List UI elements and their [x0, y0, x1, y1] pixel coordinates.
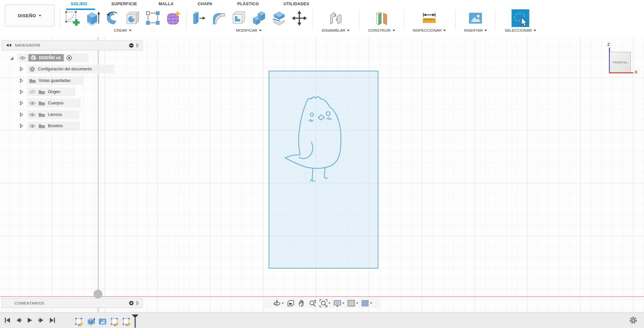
expand-arrow-icon[interactable]	[20, 78, 23, 83]
ensamblar-dropdown[interactable]: ENSAMBLAR	[313, 28, 359, 32]
split-body-icon[interactable]	[271, 10, 287, 26]
move-copy-icon[interactable]	[291, 10, 307, 26]
timeline-canvas-icon[interactable]	[98, 317, 107, 326]
timeline-sketch-icon[interactable]	[74, 317, 83, 326]
comments-panel-header: COMENTARIOS	[2, 298, 143, 308]
expand-arrow-icon[interactable]	[20, 124, 23, 128]
grid-display-icon[interactable]	[347, 299, 355, 307]
fillet-icon[interactable]	[211, 10, 227, 26]
fit-icon[interactable]	[320, 299, 327, 307]
panel-drag-grip[interactable]	[136, 301, 140, 305]
collapse-panel-icon[interactable]	[6, 43, 12, 47]
tab-superficie[interactable]: SUPERFICIE	[111, 2, 137, 6]
inspeccionar-dropdown[interactable]: INSPECCIONAR	[404, 28, 454, 32]
viewports-icon[interactable]	[361, 299, 369, 307]
group-construir: CONSTRUIR	[360, 9, 404, 35]
step-back-button[interactable]	[15, 317, 22, 324]
tree-item-label: Lienzos	[48, 112, 62, 117]
go-to-end-button[interactable]	[49, 317, 56, 324]
zoom-icon[interactable]	[309, 299, 317, 307]
folder-icon	[38, 101, 45, 106]
folder-icon	[38, 112, 45, 117]
eye-slash-icon[interactable]	[29, 90, 36, 94]
tab-malla[interactable]: MALLA	[159, 2, 173, 6]
expanded-arrow-icon[interactable]	[10, 56, 14, 60]
construction-plane-icon[interactable]	[374, 10, 390, 26]
hole-icon[interactable]	[125, 10, 141, 26]
ribbon-toolbar: DISEÑO SOLIDO SUPERFICIE MALLA CHAPA PLÁ…	[0, 0, 644, 37]
modificar-dropdown[interactable]: MODIFICAR	[189, 28, 309, 32]
measure-icon[interactable]	[421, 10, 437, 26]
insertar-dropdown[interactable]: INSERTAR	[456, 28, 495, 32]
tab-solido[interactable]: SOLIDO	[71, 2, 87, 6]
design-workspace-menu[interactable]: DISEÑO	[5, 5, 55, 26]
z-axis-label: Z	[607, 42, 610, 47]
create-sketch-icon[interactable]	[64, 10, 80, 26]
viewcube-front-face[interactable]: FRONTAL	[610, 52, 631, 73]
view-cube: Z FRONTAL X	[607, 42, 644, 77]
look-at-icon[interactable]	[287, 299, 295, 307]
activate-component-radio[interactable]	[66, 55, 72, 61]
seleccionar-dropdown[interactable]: SELECCIONAR	[496, 28, 545, 32]
group-seleccionar: SELECCIONAR	[496, 9, 545, 35]
rectangular-pattern-icon[interactable]	[145, 10, 161, 26]
expand-arrow-icon[interactable]	[20, 90, 23, 94]
timeline-position-marker[interactable]	[132, 314, 139, 328]
create-form-icon[interactable]	[165, 10, 181, 26]
tab-plastico[interactable]: PLÁSTICO	[237, 2, 259, 6]
modeling-canvas[interactable]: Z FRONTAL X	[0, 37, 644, 312]
group-modificar: MODIFICAR	[189, 9, 309, 35]
display-settings-icon[interactable]	[333, 299, 341, 307]
step-forward-button[interactable]	[38, 317, 45, 324]
tree-item-label: Origen	[48, 90, 60, 94]
joint-icon[interactable]	[328, 10, 344, 26]
pan-icon[interactable]	[298, 299, 306, 307]
bird-body-path	[285, 97, 341, 168]
minimize-panel-icon[interactable]	[129, 43, 134, 48]
comments-title: COMENTARIOS	[15, 301, 44, 305]
group-insertar: INSERTAR	[456, 9, 495, 35]
eye-icon[interactable]	[29, 101, 36, 105]
chevron-down-icon[interactable]	[356, 303, 358, 304]
group-crear: CREAR	[63, 9, 182, 35]
tab-utilidades[interactable]: UTILIDADES	[284, 2, 309, 6]
combine-icon[interactable]	[251, 10, 267, 26]
crear-dropdown[interactable]: CREAR	[63, 28, 182, 32]
tab-chapa[interactable]: CHAPA	[198, 2, 212, 6]
add-comment-icon[interactable]	[129, 301, 134, 306]
revolve-icon[interactable]	[105, 10, 121, 26]
bird-wing-path	[299, 142, 313, 159]
expand-arrow-icon[interactable]	[20, 112, 23, 117]
eye-icon[interactable]	[19, 56, 26, 60]
timeline-settings-gear-icon[interactable]	[629, 316, 637, 324]
bird-right-leg-path	[324, 167, 327, 178]
timeline-extrude-icon[interactable]	[86, 317, 95, 326]
chevron-down-icon[interactable]	[342, 303, 344, 304]
go-to-start-button[interactable]	[4, 317, 11, 324]
root-component-chip[interactable]: DISEÑO v4	[28, 54, 64, 61]
chevron-down-icon	[393, 30, 395, 31]
expand-arrow-icon[interactable]	[20, 101, 23, 105]
panel-drag-grip[interactable]	[136, 43, 140, 48]
construir-dropdown[interactable]: CONSTRUIR	[360, 28, 404, 32]
chevron-down-icon[interactable]	[370, 303, 372, 304]
timeline-sketch-icon[interactable]	[122, 317, 131, 326]
chevron-down-icon[interactable]	[282, 303, 284, 304]
bird-sketch[interactable]	[281, 94, 349, 187]
navigator-title: NAVEGADOR	[15, 43, 40, 47]
press-pull-icon[interactable]	[191, 10, 207, 26]
insert-canvas-icon[interactable]	[468, 10, 483, 26]
chevron-down-icon[interactable]	[328, 303, 330, 304]
expand-arrow-icon[interactable]	[20, 67, 23, 71]
eye-icon[interactable]	[29, 124, 36, 128]
shell-icon[interactable]	[231, 10, 247, 26]
bird-left-leg-path	[310, 168, 315, 181]
chevron-down-icon	[534, 30, 536, 31]
fusion360-window: Z FRONTAL X DISEÑO SOLIDO SUPERFICIE MAL…	[0, 0, 644, 328]
eye-icon[interactable]	[29, 113, 36, 117]
play-button[interactable]	[26, 317, 33, 324]
select-tool-icon[interactable]	[511, 9, 530, 27]
timeline-sketch-icon[interactable]	[110, 317, 119, 326]
orbit-icon[interactable]	[273, 299, 281, 307]
extrude-icon[interactable]	[85, 10, 100, 26]
